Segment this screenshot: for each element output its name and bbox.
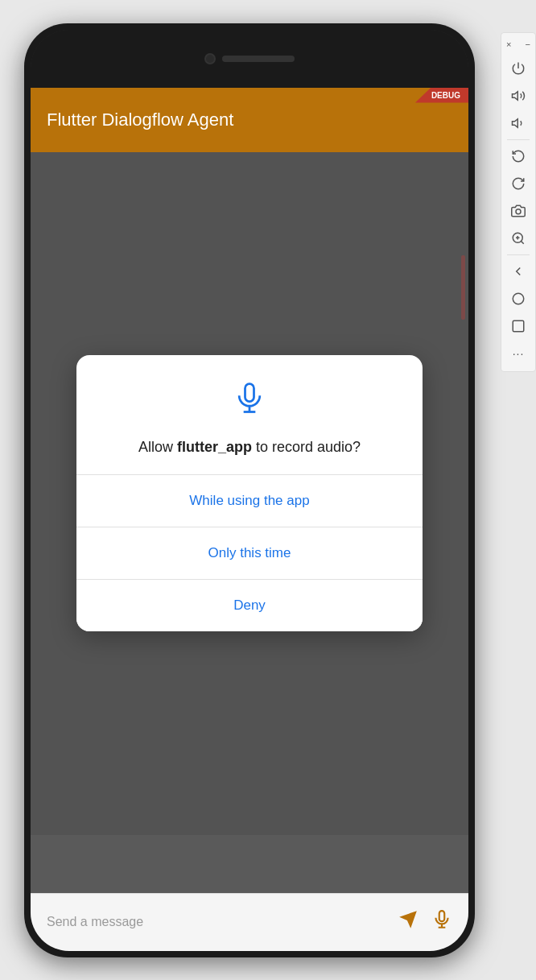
recents-button[interactable]	[505, 313, 531, 339]
app-title: Flutter Dialogflow Agent	[47, 110, 233, 130]
phone-frame: Flutter Dialogflow Agent DEBUG	[24, 23, 475, 957]
power-button[interactable]	[505, 56, 531, 81]
window-controls: × −	[501, 38, 535, 51]
svg-rect-12	[439, 911, 445, 921]
svg-point-2	[516, 209, 521, 214]
message-input[interactable]: Send a message	[47, 915, 398, 929]
volume-up-button[interactable]	[505, 83, 531, 109]
side-divider-1	[507, 139, 530, 140]
screen: Flutter Dialogflow Agent DEBUG	[31, 88, 468, 951]
dialog-header: Allow flutter_app to record audio?	[76, 355, 423, 473]
back-button[interactable]	[505, 258, 531, 284]
camera-area	[204, 53, 295, 64]
mic-record-icon[interactable]	[431, 909, 452, 935]
mic-icon	[102, 381, 397, 424]
screenshot-button[interactable]	[505, 198, 531, 224]
only-this-time-option[interactable]: Only this time	[76, 527, 423, 579]
main-content: Allow flutter_app to record audio? While…	[31, 152, 468, 893]
volume-down-button[interactable]	[505, 110, 531, 136]
send-icon[interactable]	[398, 909, 418, 935]
close-button[interactable]: ×	[506, 39, 511, 49]
dialog-suffix: to record audio?	[252, 439, 361, 455]
message-placeholder: Send a message	[47, 915, 143, 928]
home-button[interactable]	[505, 286, 531, 312]
dialog-prefix: Allow	[138, 439, 177, 455]
emulator-side-panel: × −	[501, 32, 536, 372]
bottom-bar: Send a message	[31, 893, 468, 951]
svg-marker-0	[513, 92, 518, 101]
app-bar: Flutter Dialogflow Agent DEBUG	[31, 88, 468, 152]
dialog-message: Allow flutter_app to record audio?	[102, 437, 397, 457]
while-using-option[interactable]: While using the app	[76, 475, 423, 527]
phone-inner: Flutter Dialogflow Agent DEBUG	[31, 30, 468, 951]
notch-bar	[31, 30, 468, 88]
svg-rect-8	[513, 320, 524, 332]
rotate-right-button[interactable]	[505, 171, 531, 196]
camera-dot	[204, 53, 216, 64]
debug-badge: DEBUG	[415, 88, 468, 103]
permission-dialog: Allow flutter_app to record audio? While…	[76, 355, 423, 631]
minimize-button[interactable]: −	[526, 39, 530, 49]
svg-rect-9	[245, 384, 254, 402]
bottom-icons	[398, 909, 452, 935]
only-this-time-label: Only this time	[208, 545, 291, 560]
dialog-appname: flutter_app	[177, 439, 252, 455]
deny-label: Deny	[233, 598, 266, 613]
while-using-label: While using the app	[189, 493, 309, 508]
zoom-button[interactable]	[505, 225, 531, 251]
svg-point-7	[513, 293, 524, 304]
rotate-left-button[interactable]	[505, 143, 531, 169]
side-divider-2	[507, 254, 530, 255]
svg-marker-1	[513, 119, 518, 128]
speaker-bar	[222, 56, 295, 62]
dialog-overlay: Allow flutter_app to record audio? While…	[31, 152, 468, 835]
deny-option[interactable]: Deny	[76, 580, 423, 631]
svg-line-4	[521, 241, 523, 243]
more-button[interactable]: ···	[505, 341, 531, 366]
